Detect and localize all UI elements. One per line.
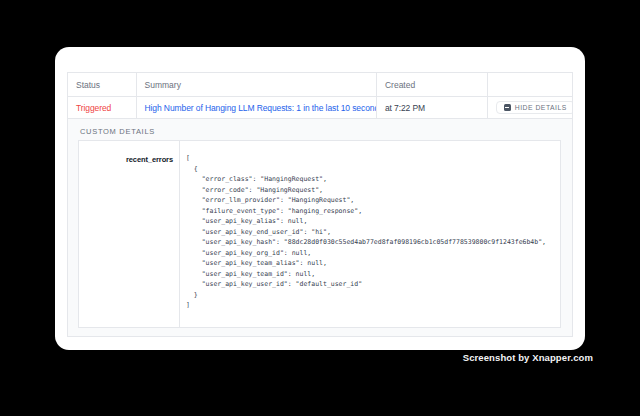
- table-row: Triggered High Number of Hanging LLM Req…: [68, 97, 572, 119]
- hide-details-button[interactable]: HIDE DETAILS: [496, 101, 572, 114]
- json-code-column: [ { "error_class": "HangingRequest", "er…: [180, 141, 560, 327]
- table-header-row: Status Summary Created: [68, 73, 572, 97]
- alert-details-card: Status Summary Created Triggered High Nu…: [55, 47, 585, 350]
- created-cell: at 7:22 PM: [377, 97, 488, 118]
- field-label-column: recent_errors: [79, 141, 180, 327]
- alert-summary-link[interactable]: High Number of Hanging LLM Requests: 1 i…: [145, 103, 377, 113]
- summary-cell: High Number of Hanging LLM Requests: 1 i…: [137, 97, 377, 118]
- custom-details-box: recent_errors [ { "error_class": "Hangin…: [78, 140, 561, 328]
- status-badge: Triggered: [76, 103, 111, 113]
- custom-details-section: CUSTOM DETAILS recent_errors [ { "error_…: [68, 119, 572, 336]
- column-header-status: Status: [68, 73, 137, 96]
- actions-cell: HIDE DETAILS: [488, 97, 572, 118]
- hide-details-label: HIDE DETAILS: [515, 104, 567, 111]
- created-timestamp: at 7:22 PM: [385, 103, 425, 113]
- custom-details-heading: CUSTOM DETAILS: [80, 127, 155, 136]
- status-cell: Triggered: [68, 97, 137, 118]
- recent-errors-json-code: [ { "error_class": "HangingRequest", "er…: [186, 153, 556, 311]
- xnapper-watermark: Screenshot by Xnapper.com: [463, 352, 593, 363]
- column-header-actions: [488, 73, 572, 96]
- column-header-summary: Summary: [137, 73, 377, 96]
- alerts-table: Status Summary Created Triggered High Nu…: [67, 72, 573, 337]
- column-header-created: Created: [377, 73, 488, 96]
- minus-square-icon: [504, 104, 511, 111]
- recent-errors-field-label: recent_errors: [126, 155, 173, 164]
